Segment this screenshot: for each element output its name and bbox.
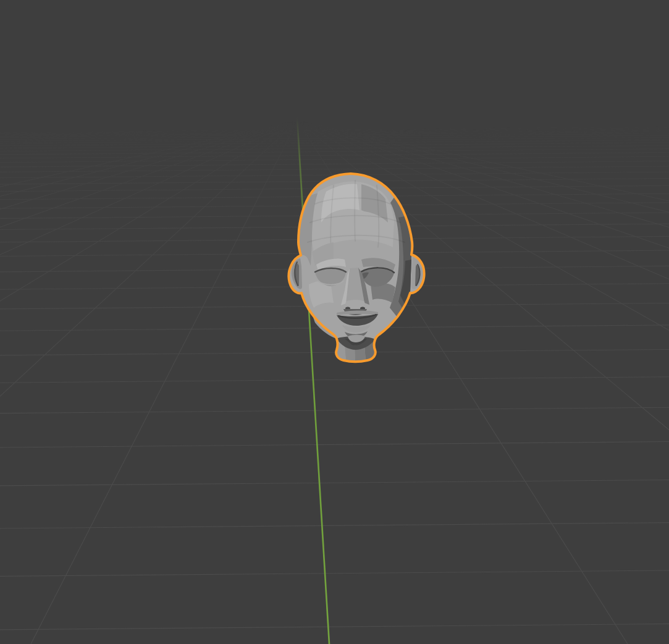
- scene-canvas[interactable]: [0, 0, 669, 644]
- head-object[interactable]: [288, 174, 424, 362]
- viewport[interactable]: [0, 0, 669, 644]
